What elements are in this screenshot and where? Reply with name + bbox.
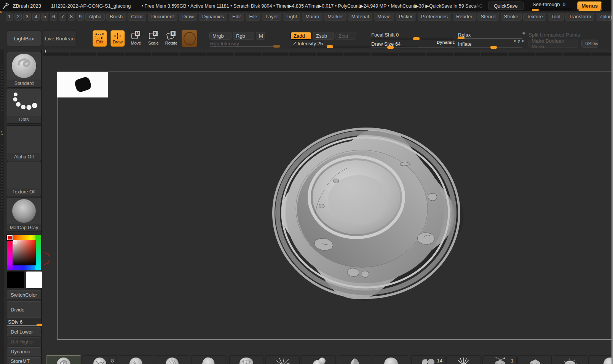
menu-item-edit[interactable]: Edit <box>229 13 244 21</box>
tray-tool-9[interactable] <box>338 355 372 364</box>
store-mt-button[interactable]: StoreMT <box>7 357 41 364</box>
xyz-axis-toggle[interactable]: x y z <box>514 39 524 43</box>
tray-tool-11[interactable]: 14 <box>411 355 445 364</box>
del-lower-button[interactable]: Del Lower <box>7 327 41 336</box>
zadd-button[interactable]: Zadd <box>291 32 311 40</box>
tray-tool-15[interactable] <box>553 355 587 364</box>
z-intensity-handle[interactable] <box>327 45 333 48</box>
menu-item-picker[interactable]: Picker <box>396 13 416 21</box>
switch-color-button[interactable]: SwitchColor <box>7 290 41 299</box>
rgb-intensity-handle[interactable] <box>273 45 280 48</box>
relax-handle[interactable] <box>458 37 465 39</box>
tray-tool-6[interactable] <box>229 355 263 364</box>
tray-tool-16[interactable] <box>588 355 613 364</box>
menu-item-4[interactable]: 4 <box>32 13 40 21</box>
relax-radio-button[interactable] <box>522 32 525 35</box>
split-unmasked-points-button[interactable]: Split Unmasked Points <box>528 32 580 38</box>
menu-item-7[interactable]: 7 <box>59 13 66 21</box>
shelf-scrollbar[interactable]: ▸◂ <box>0 49 4 364</box>
rgb-button[interactable]: Rgb <box>233 32 254 40</box>
draw-size-handle[interactable] <box>387 46 394 49</box>
menu-item-preferences[interactable]: Preferences <box>418 13 451 21</box>
color-picker[interactable] <box>7 235 41 270</box>
inflate-slider[interactable]: Inflate <box>457 40 522 47</box>
menu-item-9[interactable]: 9 <box>77 13 84 21</box>
tray-tool-standard[interactable] <box>46 355 81 364</box>
menu-item-brush[interactable]: Brush <box>106 13 126 21</box>
menu-item-layer[interactable]: Layer <box>262 13 281 21</box>
dynamic-mode-label[interactable]: Dynamic <box>437 40 455 45</box>
menu-item-zplugin[interactable]: Zplugin <box>596 13 613 21</box>
menu-item-draw[interactable]: Draw <box>179 13 197 21</box>
rotate-button[interactable]: R Rotate <box>163 30 180 45</box>
menu-item-stroke[interactable]: Stroke <box>501 13 522 21</box>
primary-color-swatch[interactable] <box>26 271 42 288</box>
tray-tool-2[interactable]: 8 <box>83 355 117 364</box>
current-alpha-tile[interactable]: Alpha Off <box>7 125 41 161</box>
rgb-intensity-slider[interactable]: Rgb Intensity <box>210 40 279 47</box>
draw-button[interactable]: Draw <box>110 30 125 47</box>
menu-item-file[interactable]: File <box>246 13 260 21</box>
secondary-color-swatch[interactable] <box>7 271 24 288</box>
focal-shift-slider[interactable]: Focal Shift 0 <box>371 31 455 38</box>
divide-button[interactable]: Divide <box>7 301 41 318</box>
lightbox-button[interactable]: LightBox <box>7 30 41 46</box>
menu-item-8[interactable]: 8 <box>68 13 75 21</box>
menu-item-render[interactable]: Render <box>453 13 476 21</box>
tray-tool-3[interactable] <box>119 355 153 364</box>
dish-mold-model[interactable] <box>268 114 478 319</box>
move-button[interactable]: M Move <box>128 30 144 45</box>
del-higher-button[interactable]: Del Higher <box>7 337 41 346</box>
current-brush-tile[interactable]: Standard <box>7 52 41 88</box>
tray-tool-12[interactable] <box>446 355 481 364</box>
menu-item-1[interactable]: 1 <box>6 13 13 21</box>
quicksave-button[interactable]: QuickSave <box>488 2 524 10</box>
focal-shift-handle[interactable] <box>413 37 420 40</box>
see-through-handle[interactable] <box>532 9 539 11</box>
menu-item-transform[interactable]: Transform <box>565 13 595 21</box>
relax-slider[interactable]: Relax <box>457 31 522 38</box>
menu-item-stencil[interactable]: Stencil <box>477 13 499 21</box>
model-viewport[interactable] <box>267 114 480 320</box>
dynamic-button[interactable]: Dynamic <box>7 347 41 356</box>
menu-item-6[interactable]: 6 <box>50 13 57 21</box>
tray-tool-8[interactable] <box>302 355 336 364</box>
menu-item-tool[interactable]: Tool <box>548 13 564 21</box>
sdiv-slider[interactable]: SDiv 6 <box>7 318 41 325</box>
see-through-slider[interactable]: See-through 0 <box>530 1 571 11</box>
tray-tool-4[interactable] <box>155 355 189 364</box>
current-material-tile[interactable]: MatCap Gray <box>7 198 41 232</box>
mrgb-button[interactable]: Mrgb <box>209 32 231 40</box>
current-stroke-tile[interactable]: Dots <box>7 89 41 124</box>
inflate-handle[interactable] <box>490 46 497 49</box>
tray-tool-5[interactable] <box>191 355 225 364</box>
menus-button[interactable]: Menus <box>578 2 602 10</box>
m-button[interactable]: M <box>256 32 265 40</box>
menu-item-texture[interactable]: Texture <box>523 13 546 21</box>
dsdiv-button[interactable]: DSDiv <box>581 40 598 48</box>
menu-item-5[interactable]: 5 <box>41 13 48 21</box>
menu-item-material[interactable]: Material <box>348 13 372 21</box>
tray-tool-10[interactable] <box>374 355 408 364</box>
menu-item-dynamics[interactable]: Dynamics <box>199 13 227 21</box>
tray-tool-7[interactable] <box>265 355 300 364</box>
zcut-button[interactable]: Zcut <box>335 32 356 40</box>
menu-item-movie[interactable]: Movie <box>374 13 394 21</box>
menu-item-3[interactable]: 3 <box>23 13 30 21</box>
document-canvas[interactable]: 8 <box>42 49 613 364</box>
tray-tool-14[interactable] <box>517 355 552 364</box>
live-boolean-button[interactable]: Live Boolean <box>43 30 77 46</box>
menu-item-color[interactable]: Color <box>128 13 146 21</box>
zsub-button[interactable]: Zsub <box>313 32 334 40</box>
scale-button[interactable]: S Scale <box>146 30 161 45</box>
make-boolean-mesh-button[interactable]: Make Boolean Mesh <box>528 40 578 48</box>
current-material-button[interactable] <box>181 30 198 47</box>
tray-tool-13[interactable]: 1 <box>482 355 517 364</box>
edit-button[interactable]: Edit <box>93 30 107 47</box>
menu-item-macro[interactable]: Macro <box>302 13 322 21</box>
menu-item-2[interactable]: 2 <box>14 13 22 21</box>
menu-item-alpha[interactable]: Alpha <box>85 13 105 21</box>
menu-item-light[interactable]: Light <box>283 13 300 21</box>
menu-item-marker[interactable]: Marker <box>324 13 346 21</box>
shelf-scroll-arrows[interactable]: ▸◂ <box>0 130 4 136</box>
